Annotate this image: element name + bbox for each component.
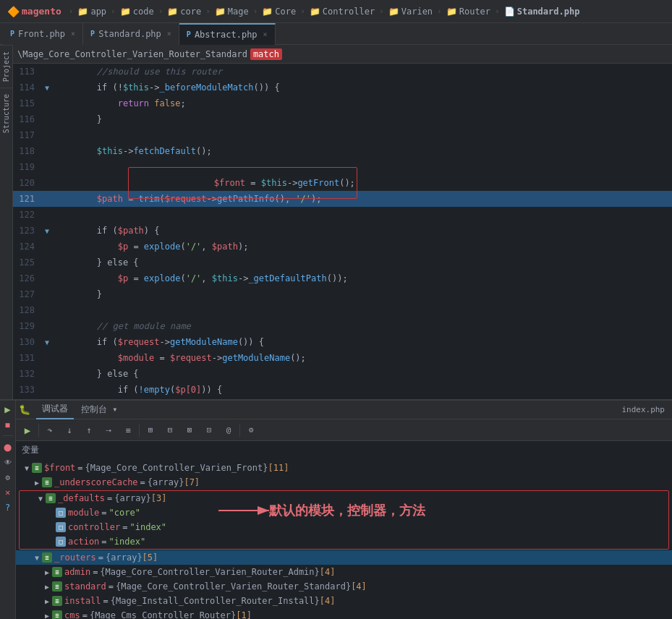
- editor-main: \Mage_Core_Controller_Varien_Router_Stan…: [13, 45, 672, 399]
- code-line-129: 129 // get module name: [13, 318, 672, 334]
- var-row-routers[interactable]: ▼ ≡ _routers = {array} [5]: [16, 550, 672, 565]
- structure-tab[interactable]: Structure: [0, 87, 12, 139]
- code-line-120: 120 $front = $this->getFront();: [13, 175, 672, 191]
- routers-list-icon: ≡: [42, 552, 52, 563]
- debug-bug-icon: 🐛: [19, 404, 30, 415]
- var-row-defaults[interactable]: ▼ ≡ _defaults = {array} [3]: [20, 491, 668, 505]
- bc-core[interactable]: 📁 core: [164, 5, 204, 18]
- code-line-113: 113 //should use this router: [13, 64, 672, 80]
- tree-arrow-underscore[interactable]: ▶: [32, 477, 42, 487]
- tree-arrow-defaults[interactable]: ▼: [35, 493, 46, 503]
- dbg-resume-btn[interactable]: ▶: [19, 422, 36, 438]
- defaults-box: ▼ ≡ _defaults = {array} [3]: [19, 490, 669, 550]
- debug-tab-debugger[interactable]: 调试器: [36, 401, 74, 419]
- front-list-icon: ≡: [32, 463, 42, 473]
- bc-controller[interactable]: 📁 Controller: [307, 5, 378, 18]
- debug-watch-icon[interactable]: 👁: [2, 456, 14, 468]
- bc-varien[interactable]: 📁 Varien: [386, 5, 435, 18]
- bc-code[interactable]: 📁 code: [117, 5, 157, 18]
- install-list-icon: ≡: [52, 596, 62, 606]
- tab-standardphp[interactable]: P Standard.php ×: [83, 23, 179, 45]
- standard-list-icon: ≡: [52, 581, 62, 592]
- code-editor[interactable]: 113 //should use this router 114 ▼ if (!…: [13, 64, 672, 399]
- bc-mage[interactable]: 📁 Mage: [212, 5, 252, 18]
- debug-tab-console[interactable]: 控制台 ▾: [75, 401, 123, 419]
- code-line-127: 127 }: [13, 286, 672, 302]
- debug-content-wrapper: ▼ ≡ $front = {Mage_Core_Controller_Varie…: [16, 459, 672, 619]
- code-line-124: 124 $p = explode('/', $path);: [13, 239, 672, 255]
- var-row-admin[interactable]: ▶ ≡ admin = {Mage_Core_Controller_Varien…: [16, 565, 672, 579]
- debug-stop-icon[interactable]: ■: [2, 419, 14, 430]
- debug-left-strip: ▶ ■ ⬤ 👁 ⚙ ✕ ?: [0, 401, 16, 619]
- dbg-stepout-btn[interactable]: ↑: [80, 422, 98, 438]
- tree-arrow-standard[interactable]: ▶: [42, 581, 52, 592]
- close-standardphp[interactable]: ×: [167, 30, 171, 38]
- tab-abstractphp[interactable]: P Abstract.php ×: [179, 23, 276, 45]
- tree-arrow-cms[interactable]: ▶: [42, 610, 52, 619]
- var-row-module[interactable]: □ module = "core": [20, 505, 668, 520]
- dbg-watches-btn[interactable]: ⊟: [161, 422, 179, 438]
- code-line-125: 125 } else {: [13, 255, 672, 270]
- dbg-stepover-btn[interactable]: ↷: [41, 422, 59, 438]
- bc-app[interactable]: 📁 app: [75, 5, 109, 18]
- code-line-131: 131 $module = $request->getModuleName();: [13, 350, 672, 366]
- tabs-bar: P Front.php × P Standard.php × P Abstrac…: [0, 23, 672, 45]
- dbg-settings2-btn[interactable]: ⚙: [242, 422, 260, 438]
- code-line-114: 114 ▼ if (!$this->_beforeModuleMatch()) …: [13, 80, 672, 95]
- var-row-cms[interactable]: ▶ ≡ cms = {Mage_Cms_Controller_Router} […: [16, 608, 672, 619]
- code-line-126: 126 $p = explode('/', $this->_getDefault…: [13, 270, 672, 286]
- close-frontphp[interactable]: ×: [71, 30, 75, 38]
- tree-arrow-install[interactable]: ▶: [42, 596, 52, 606]
- debug-breakpoints-icon[interactable]: ⬤: [2, 441, 14, 453]
- var-row-front[interactable]: ▼ ≡ $front = {Mage_Core_Controller_Varie…: [16, 461, 672, 475]
- bc-standardphp[interactable]: 📄 Standard.php: [501, 5, 583, 18]
- tab-frontphp[interactable]: P Front.php ×: [3, 23, 83, 45]
- debug-toolbar: ▶ ↷ ↓ ↑ ⇢ ≡ ⊞ ⊟ ⊠ ⊡ @ ⚙: [16, 419, 672, 441]
- tree-arrow-admin[interactable]: ▶: [42, 567, 52, 577]
- dbg-runcursor-btn[interactable]: ⇢: [100, 422, 117, 438]
- debug-close-icon[interactable]: ✕: [2, 487, 14, 498]
- code-line-133: 133 if (!empty($p[0])) {: [13, 382, 672, 398]
- dbg-frames-btn[interactable]: ⊞: [142, 422, 159, 438]
- dbg-output-btn[interactable]: ⊡: [200, 422, 218, 438]
- var-row-install[interactable]: ▶ ≡ install = {Mage_Install_Controller_R…: [16, 594, 672, 608]
- debug-run-icon[interactable]: ▶: [2, 404, 14, 415]
- close-abstractphp[interactable]: ×: [263, 30, 268, 38]
- search-bar: \Mage_Core_Controller_Varien_Router_Stan…: [13, 45, 672, 64]
- debug-header: 🐛 调试器 控制台 ▾ index.php: [16, 401, 672, 419]
- project-tab[interactable]: Project: [0, 45, 12, 87]
- dbg-stepinto-btn[interactable]: ↓: [61, 422, 78, 438]
- var-row-standard[interactable]: ▶ ≡ standard = {Mage_Core_Controller_Var…: [16, 579, 672, 594]
- admin-list-icon: ≡: [52, 567, 62, 577]
- debug-main: 🐛 调试器 控制台 ▾ index.php ▶ ↷ ↓ ↑: [16, 401, 672, 619]
- tree-arrow-routers[interactable]: ▼: [32, 552, 42, 563]
- breadcrumb-bar: 🔶 magento › 📁 app › 📁 code › 📁 core › 📁 …: [0, 0, 672, 23]
- debug-indexphp-label: index.php: [621, 405, 669, 414]
- side-panel: Project Structure: [0, 45, 13, 399]
- code-line-115: 115 return false;: [13, 95, 672, 111]
- tree-arrow-front[interactable]: ▼: [22, 463, 32, 473]
- dbg-eval-btn[interactable]: ≡: [119, 422, 137, 438]
- debug-question-icon[interactable]: ?: [2, 502, 14, 513]
- debug-content[interactable]: ▼ ≡ $front = {Mage_Core_Controller_Varie…: [16, 459, 672, 619]
- code-line-130: 130 ▼ if ($request->getModuleName()) {: [13, 334, 672, 350]
- magento-logo[interactable]: 🔶 magento: [4, 4, 64, 19]
- search-prefix: \Mage_Core_Controller_Varien_Router_Stan…: [17, 49, 247, 59]
- dbg-vars-btn[interactable]: ⊠: [181, 422, 198, 438]
- debug-settings-icon[interactable]: ⚙: [2, 471, 14, 483]
- bc-core2[interactable]: 📁 Core: [259, 5, 299, 18]
- debug-section-title: 变量: [16, 441, 672, 459]
- code-line-123: 123 ▼ if ($path) {: [13, 223, 672, 239]
- var-row-controller[interactable]: □ controller = "index": [20, 520, 668, 534]
- cms-list-icon: ≡: [52, 610, 62, 619]
- bc-router[interactable]: 📁 Router: [443, 5, 493, 18]
- var-row-action[interactable]: □ action = "index": [20, 534, 668, 549]
- debug-area: ▶ ■ ⬤ 👁 ⚙ ✕ ? 🐛 调试器 控制台 ▾: [0, 399, 672, 619]
- code-line-117: 117: [13, 127, 672, 143]
- code-line-116: 116 }: [13, 111, 672, 127]
- magento-label: magento: [22, 6, 61, 17]
- var-row-underscore[interactable]: ▶ ≡ _underscoreCache = {array} [7]: [16, 475, 672, 490]
- underscore-list-icon: ≡: [42, 477, 52, 487]
- code-line-128: 128: [13, 302, 672, 318]
- dbg-at-btn[interactable]: @: [220, 422, 237, 438]
